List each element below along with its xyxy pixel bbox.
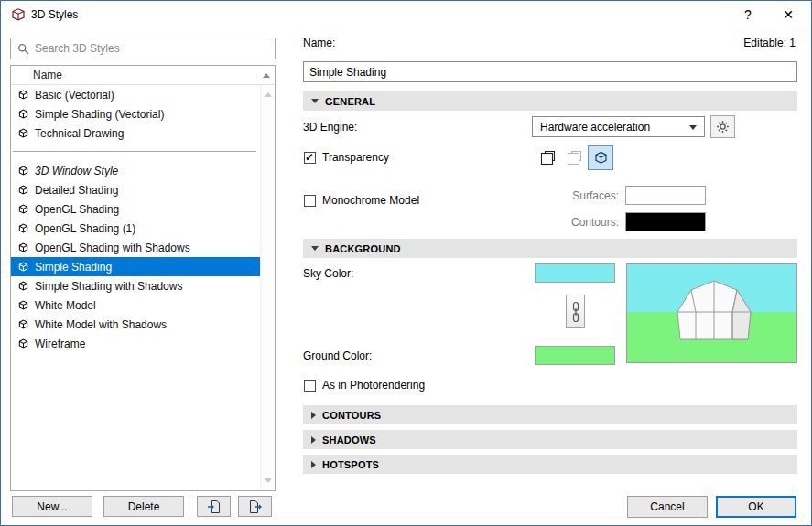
new-button[interactable]: New...	[12, 496, 92, 517]
close-button[interactable]: ✕	[776, 5, 800, 24]
scroll-down-icon	[265, 478, 272, 483]
style-name-label: 3D Window Style	[35, 165, 118, 177]
style-name-input[interactable]	[303, 61, 797, 82]
cube-pair-icon	[567, 150, 582, 166]
style-cube-icon	[17, 184, 29, 196]
style-name-label: Basic (Vectorial)	[35, 89, 114, 102]
ground-color-label: Ground Color:	[303, 349, 372, 362]
style-cube-icon	[17, 222, 29, 234]
help-button[interactable]: ?	[736, 5, 760, 24]
list-scrollbar[interactable]	[260, 85, 275, 490]
style-cube-icon	[17, 127, 29, 139]
style-list-item[interactable]: OpenGL Shading	[11, 199, 260, 219]
transparency-mode-3-button[interactable]	[588, 145, 613, 170]
style-cube-icon	[17, 299, 29, 311]
chevron-right-icon	[311, 412, 316, 419]
style-cube-icon	[17, 338, 29, 349]
surfaces-color-swatch[interactable]	[625, 186, 706, 205]
link-colors-button[interactable]	[566, 295, 585, 328]
style-name-label: OpenGL Shading	[35, 203, 119, 216]
chevron-right-icon	[311, 461, 316, 468]
ground-color-swatch[interactable]	[535, 346, 615, 365]
title-bar: 3D Styles ? ✕	[1, 1, 811, 28]
style-list-item[interactable]: OpenGL Shading (1)	[11, 219, 260, 238]
style-list-item[interactable]: 3D Window Style	[11, 161, 260, 180]
style-list-item[interactable]: Wireframe	[11, 334, 260, 353]
search-box	[10, 38, 276, 59]
style-list-item[interactable]: Detailed Shading	[11, 180, 260, 199]
engine-settings-button[interactable]	[710, 115, 735, 138]
3d-styles-dialog: 3D Styles ? ✕ Name Basic (Vectorial)Simp…	[0, 0, 812, 526]
export-style-button[interactable]	[238, 496, 272, 517]
sky-color-swatch[interactable]	[535, 263, 615, 283]
section-contours[interactable]: CONTOURS	[303, 405, 797, 424]
3d-cube-app-icon	[10, 7, 26, 22]
style-name-label: White Model	[35, 299, 96, 312]
transparency-mode-1-button[interactable]	[535, 145, 560, 170]
delete-button[interactable]: Delete	[103, 496, 184, 517]
style-cube-icon	[17, 261, 29, 273]
cancel-button[interactable]: Cancel	[627, 496, 708, 518]
style-cube-icon	[17, 165, 29, 177]
style-list-item[interactable]: White Model with Shadows	[11, 315, 260, 334]
ok-button[interactable]: OK	[716, 496, 796, 518]
style-name-label: White Model with Shadows	[35, 318, 167, 331]
style-name-label: Technical Drawing	[35, 127, 124, 140]
search-icon	[17, 43, 29, 55]
style-name-label: Simple Shading	[35, 261, 112, 274]
style-name-label: Simple Shading with Shadows	[35, 280, 182, 293]
scroll-up-icon	[265, 92, 272, 97]
transparency-checkbox[interactable]	[304, 152, 316, 164]
search-input[interactable]	[35, 39, 275, 58]
style-list-item[interactable]: Basic (Vectorial)	[11, 85, 260, 104]
engine-dropdown-value: Hardware acceleration	[540, 121, 650, 134]
style-name-label: OpenGL Shading (1)	[35, 222, 135, 235]
surfaces-label: Surfaces:	[514, 189, 619, 202]
style-name-label: Simple Shading (Vectorial)	[35, 108, 164, 121]
sort-ascending-icon	[263, 73, 270, 78]
list-header-name[interactable]: Name	[11, 66, 275, 85]
transparency-mode-2-button[interactable]	[561, 145, 587, 170]
section-contours-title: CONTOURS	[322, 410, 381, 421]
style-list-item[interactable]: OpenGL Shading with Shadows	[11, 238, 260, 257]
chevron-right-icon	[311, 436, 316, 444]
cancel-button-label: Cancel	[650, 500, 684, 513]
contours-color-swatch[interactable]	[625, 212, 706, 231]
chevron-down-icon	[311, 99, 319, 103]
style-list-item[interactable]: Simple Shading (Vectorial)	[11, 104, 260, 123]
import-icon	[207, 499, 222, 514]
editable-count-label: Editable: 1	[686, 37, 796, 49]
dropdown-arrow-icon	[689, 125, 697, 130]
style-cube-icon	[17, 108, 29, 120]
section-hotspots-title: HOTSPOTS	[322, 459, 379, 470]
style-cube-icon	[17, 318, 29, 330]
transparency-label: Transparency	[322, 151, 389, 164]
photorendering-checkbox[interactable]	[304, 380, 316, 392]
chain-link-icon	[571, 301, 580, 323]
section-background[interactable]: BACKGROUND	[303, 239, 797, 258]
section-hotspots[interactable]: HOTSPOTS	[303, 455, 797, 474]
style-list-item[interactable]: Technical Drawing	[11, 123, 260, 143]
list-separator	[11, 143, 260, 161]
delete-button-label: Delete	[128, 500, 160, 513]
styles-listbox: Name Basic (Vectorial)Simple Shading (Ve…	[10, 65, 276, 491]
export-icon	[248, 499, 263, 514]
cube-icon	[593, 150, 609, 166]
style-name-label: Detailed Shading	[35, 184, 118, 197]
engine-dropdown[interactable]: Hardware acceleration	[532, 116, 705, 137]
style-name-label: Wireframe	[35, 338, 85, 350]
ok-button-label: OK	[748, 500, 763, 513]
section-general[interactable]: GENERAL	[303, 91, 797, 111]
style-list-item[interactable]: White Model	[11, 295, 260, 315]
monochrome-checkbox[interactable]	[304, 195, 316, 207]
style-list-item[interactable]: Simple Shading with Shadows	[11, 276, 260, 295]
background-preview	[626, 263, 797, 363]
list-header-label: Name	[33, 69, 62, 81]
section-shadows[interactable]: SHADOWS	[303, 430, 797, 449]
style-cube-icon	[17, 89, 29, 101]
chevron-down-icon	[311, 246, 319, 251]
window-title: 3D Styles	[31, 8, 78, 21]
style-list-item[interactable]: Simple Shading	[11, 257, 260, 276]
import-style-button[interactable]	[197, 496, 231, 517]
contours-label: Contours:	[514, 216, 619, 229]
